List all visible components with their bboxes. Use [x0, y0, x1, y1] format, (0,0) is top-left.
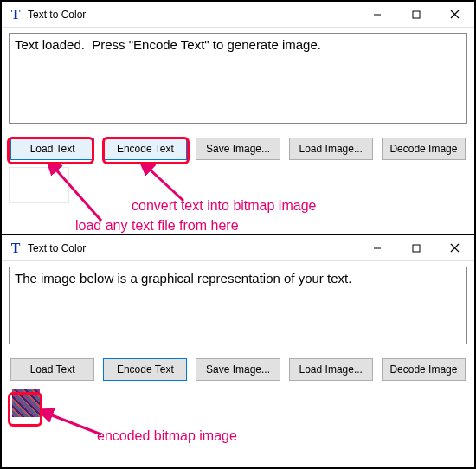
close-button[interactable]	[435, 235, 474, 260]
annotation-load: load any text file from here	[75, 218, 239, 234]
window-controls	[357, 2, 474, 27]
titlebar: T Text to Color	[2, 2, 474, 28]
svg-rect-7	[413, 245, 420, 252]
app-icon: T	[7, 6, 24, 23]
encode-text-button[interactable]: Encode Text	[103, 358, 187, 381]
maximize-button[interactable]	[396, 235, 435, 260]
content-area: Load Text Encode Text Save Image... Load…	[2, 28, 474, 207]
close-button[interactable]	[435, 2, 474, 27]
window-title: Text to Color	[28, 242, 86, 254]
window-title: Text to Color	[28, 9, 86, 21]
app-icon: T	[7, 240, 24, 257]
encode-text-button[interactable]: Encode Text	[103, 138, 187, 160]
minimize-button[interactable]	[357, 235, 396, 260]
text-output[interactable]	[9, 33, 467, 124]
titlebar: T Text to Color	[2, 235, 474, 261]
load-text-button[interactable]: Load Text	[10, 358, 94, 381]
minimize-button[interactable]	[357, 2, 396, 27]
annotation-encoded: encoded bitmap image	[97, 428, 237, 444]
encoded-bitmap-preview	[12, 389, 40, 417]
load-image-button[interactable]: Load Image...	[289, 138, 373, 160]
content-area: Load Text Encode Text Save Image... Load…	[2, 261, 474, 427]
button-row: Load Text Encode Text Save Image... Load…	[9, 358, 467, 381]
decode-image-button[interactable]: Decode Image	[382, 358, 466, 381]
load-text-button[interactable]: Load Text	[10, 138, 94, 160]
load-image-button[interactable]: Load Image...	[289, 358, 373, 381]
preview-row	[9, 388, 467, 422]
maximize-button[interactable]	[396, 2, 435, 27]
save-image-button[interactable]: Save Image...	[196, 138, 280, 160]
button-row: Load Text Encode Text Save Image... Load…	[9, 138, 467, 160]
preview-row	[9, 167, 467, 202]
svg-rect-1	[413, 11, 420, 18]
decode-image-button[interactable]: Decode Image	[382, 138, 466, 160]
window-top: T Text to Color Load Text Encode Text Sa…	[2, 2, 474, 235]
window-controls	[357, 235, 474, 260]
window-bottom: T Text to Color Load Text Encode Text Sa…	[2, 235, 474, 467]
save-image-button[interactable]: Save Image...	[196, 358, 280, 381]
preview-empty	[9, 167, 69, 203]
text-output[interactable]	[9, 267, 467, 344]
